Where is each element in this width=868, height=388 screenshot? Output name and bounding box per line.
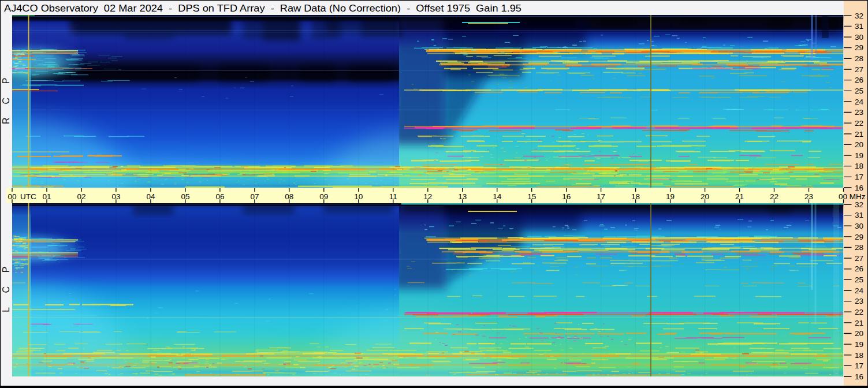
- svg-text:18: 18: [631, 192, 640, 201]
- svg-text:P: P: [1, 267, 11, 273]
- svg-text:13: 13: [458, 192, 467, 201]
- svg-text:30: 30: [855, 222, 863, 230]
- svg-text:19: 19: [666, 192, 675, 201]
- svg-text:20: 20: [855, 140, 863, 149]
- svg-text:16: 16: [855, 372, 863, 381]
- svg-text:23: 23: [855, 108, 863, 117]
- svg-text:28: 28: [855, 54, 863, 63]
- svg-text:30: 30: [855, 33, 863, 42]
- svg-text:C: C: [1, 98, 11, 105]
- svg-text:UTC: UTC: [20, 192, 36, 201]
- svg-text:29: 29: [855, 233, 863, 241]
- svg-text:01: 01: [42, 192, 51, 201]
- svg-text:24: 24: [855, 286, 864, 295]
- svg-text:26: 26: [855, 264, 863, 273]
- svg-text:03: 03: [111, 192, 120, 201]
- svg-text:27: 27: [855, 254, 863, 263]
- svg-text:23: 23: [804, 192, 813, 201]
- svg-text:27: 27: [855, 65, 863, 74]
- svg-text:P: P: [1, 78, 11, 84]
- svg-text:23: 23: [855, 297, 863, 305]
- svg-text:21: 21: [855, 130, 863, 139]
- svg-text:11: 11: [389, 192, 397, 201]
- svg-text:25: 25: [855, 87, 863, 95]
- svg-text:25: 25: [855, 275, 863, 284]
- svg-text:14: 14: [493, 192, 502, 201]
- svg-text:08: 08: [285, 192, 293, 201]
- svg-text:09: 09: [319, 192, 328, 201]
- svg-text:17: 17: [855, 173, 863, 181]
- svg-text:24: 24: [855, 98, 864, 106]
- svg-text:32: 32: [855, 12, 863, 20]
- svg-text:L: L: [1, 307, 11, 312]
- svg-text:19: 19: [855, 340, 863, 349]
- svg-text:16: 16: [855, 184, 863, 192]
- svg-text:10: 10: [354, 192, 363, 201]
- svg-text:32: 32: [855, 200, 863, 209]
- svg-text:00 MHz: 00 MHz: [839, 192, 866, 201]
- svg-text:31: 31: [855, 211, 863, 219]
- svg-text:21: 21: [735, 192, 744, 201]
- svg-text:26: 26: [855, 76, 863, 84]
- svg-text:16: 16: [562, 192, 571, 201]
- svg-text:22: 22: [855, 119, 863, 128]
- svg-text:17: 17: [597, 192, 605, 201]
- svg-text:AJ4CO Observatory 02 Mar 2024: AJ4CO Observatory 02 Mar 2024 - DPS on T…: [4, 3, 521, 13]
- svg-text:C: C: [1, 286, 11, 293]
- svg-text:07: 07: [250, 192, 259, 201]
- svg-text:02: 02: [77, 192, 85, 201]
- svg-text:06: 06: [215, 192, 224, 201]
- svg-text:22: 22: [855, 308, 863, 316]
- svg-text:00: 00: [8, 192, 16, 201]
- svg-text:29: 29: [855, 43, 863, 52]
- svg-text:28: 28: [855, 243, 863, 252]
- svg-text:04: 04: [146, 192, 155, 201]
- svg-text:20: 20: [701, 192, 709, 201]
- svg-text:18: 18: [855, 351, 863, 360]
- svg-text:19: 19: [855, 151, 863, 160]
- svg-text:18: 18: [855, 162, 863, 170]
- svg-text:21: 21: [855, 319, 863, 327]
- svg-text:05: 05: [181, 192, 189, 201]
- svg-text:17: 17: [855, 361, 863, 370]
- svg-text:12: 12: [423, 192, 432, 201]
- svg-text:31: 31: [855, 22, 863, 31]
- svg-text:15: 15: [527, 192, 536, 201]
- svg-text:22: 22: [770, 192, 778, 201]
- svg-text:20: 20: [855, 329, 863, 338]
- svg-text:R: R: [1, 117, 11, 124]
